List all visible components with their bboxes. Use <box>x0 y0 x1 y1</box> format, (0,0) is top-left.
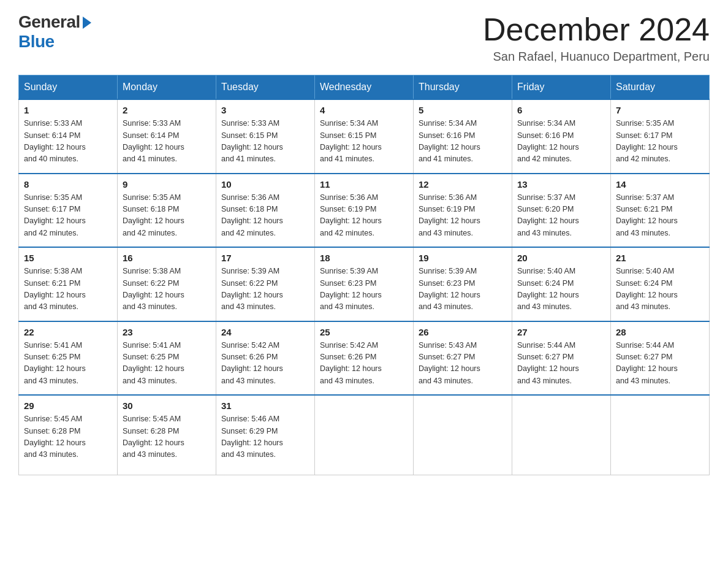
sunrise-label: Sunrise: 5:34 AM <box>419 119 477 128</box>
daylight-minutes: and 41 minutes. <box>221 155 276 163</box>
table-row: 5 Sunrise: 5:34 AM Sunset: 6:16 PM Dayli… <box>414 99 512 174</box>
day-info: Sunrise: 5:35 AM Sunset: 6:18 PM Dayligh… <box>123 192 211 240</box>
daylight-minutes: and 43 minutes. <box>419 377 473 385</box>
sunset-label: Sunset: 6:22 PM <box>221 279 278 288</box>
month-title: December 2024 <box>483 12 710 47</box>
day-info: Sunrise: 5:35 AM Sunset: 6:17 PM Dayligh… <box>24 192 112 240</box>
sunset-label: Sunset: 6:24 PM <box>517 279 574 288</box>
sunset-label: Sunset: 6:24 PM <box>616 279 672 288</box>
sunset-label: Sunset: 6:25 PM <box>123 353 179 361</box>
calendar-header-row: Sunday Monday Tuesday Wednesday Thursday… <box>19 75 710 100</box>
day-number: 31 <box>221 400 309 411</box>
sunrise-label: Sunrise: 5:44 AM <box>616 341 674 350</box>
daylight-minutes: and 43 minutes. <box>517 377 572 385</box>
table-row: 28 Sunrise: 5:44 AM Sunset: 6:27 PM Dayl… <box>611 321 710 396</box>
table-row: 9 Sunrise: 5:35 AM Sunset: 6:18 PM Dayli… <box>118 174 216 248</box>
day-number: 27 <box>517 327 605 337</box>
table-row <box>611 395 710 475</box>
daylight-minutes: and 43 minutes. <box>24 450 78 459</box>
sunrise-label: Sunrise: 5:35 AM <box>24 193 82 202</box>
day-info: Sunrise: 5:37 AM Sunset: 6:20 PM Dayligh… <box>517 192 605 240</box>
sunrise-label: Sunrise: 5:35 AM <box>616 119 674 128</box>
day-number: 25 <box>320 327 408 337</box>
daylight-minutes: and 43 minutes. <box>24 377 78 385</box>
day-number: 29 <box>24 400 112 411</box>
daylight-label: Daylight: 12 hours <box>123 439 184 447</box>
day-info: Sunrise: 5:44 AM Sunset: 6:27 PM Dayligh… <box>517 340 605 388</box>
table-row: 30 Sunrise: 5:45 AM Sunset: 6:28 PM Dayl… <box>118 395 216 475</box>
daylight-label: Daylight: 12 hours <box>123 291 184 299</box>
daylight-label: Daylight: 12 hours <box>24 364 86 373</box>
table-row: 12 Sunrise: 5:36 AM Sunset: 6:19 PM Dayl… <box>414 174 512 248</box>
daylight-minutes: and 42 minutes. <box>616 155 670 163</box>
svg-marker-0 <box>83 17 91 29</box>
day-info: Sunrise: 5:40 AM Sunset: 6:24 PM Dayligh… <box>517 266 605 313</box>
day-info: Sunrise: 5:39 AM Sunset: 6:23 PM Dayligh… <box>419 266 507 313</box>
daylight-label: Daylight: 12 hours <box>320 143 382 151</box>
day-number: 20 <box>517 253 605 263</box>
daylight-label: Daylight: 12 hours <box>517 291 579 299</box>
daylight-minutes: and 42 minutes. <box>24 229 78 237</box>
table-row: 8 Sunrise: 5:35 AM Sunset: 6:17 PM Dayli… <box>19 174 118 248</box>
sunset-label: Sunset: 6:15 PM <box>221 131 278 140</box>
sunrise-label: Sunrise: 5:37 AM <box>517 193 575 202</box>
table-row: 24 Sunrise: 5:42 AM Sunset: 6:26 PM Dayl… <box>216 321 315 396</box>
daylight-label: Daylight: 12 hours <box>616 291 678 299</box>
logo-general-text: General <box>18 12 80 32</box>
daylight-minutes: and 43 minutes. <box>419 302 473 311</box>
day-info: Sunrise: 5:43 AM Sunset: 6:27 PM Dayligh… <box>419 340 507 388</box>
day-info: Sunrise: 5:42 AM Sunset: 6:26 PM Dayligh… <box>221 340 309 388</box>
sunrise-label: Sunrise: 5:34 AM <box>320 119 378 128</box>
day-info: Sunrise: 5:36 AM Sunset: 6:19 PM Dayligh… <box>419 192 507 240</box>
daylight-minutes: and 43 minutes. <box>419 229 473 237</box>
daylight-minutes: and 43 minutes. <box>616 229 670 237</box>
day-info: Sunrise: 5:34 AM Sunset: 6:16 PM Dayligh… <box>419 118 507 166</box>
table-row: 2 Sunrise: 5:33 AM Sunset: 6:14 PM Dayli… <box>118 99 216 174</box>
day-number: 23 <box>123 327 211 337</box>
daylight-label: Daylight: 12 hours <box>616 216 678 225</box>
sunset-label: Sunset: 6:28 PM <box>123 427 179 435</box>
day-info: Sunrise: 5:45 AM Sunset: 6:28 PM Dayligh… <box>24 413 112 461</box>
day-number: 10 <box>221 179 309 190</box>
sunrise-label: Sunrise: 5:40 AM <box>517 267 575 275</box>
sunset-label: Sunset: 6:27 PM <box>616 353 672 361</box>
daylight-label: Daylight: 12 hours <box>320 291 382 299</box>
daylight-label: Daylight: 12 hours <box>419 291 480 299</box>
day-number: 9 <box>123 179 211 190</box>
sunset-label: Sunset: 6:17 PM <box>616 131 672 140</box>
table-row: 21 Sunrise: 5:40 AM Sunset: 6:24 PM Dayl… <box>611 247 710 321</box>
table-row: 7 Sunrise: 5:35 AM Sunset: 6:17 PM Dayli… <box>611 99 710 174</box>
daylight-minutes: and 43 minutes. <box>517 302 572 311</box>
daylight-label: Daylight: 12 hours <box>24 143 86 151</box>
header-wednesday: Wednesday <box>315 75 414 100</box>
daylight-label: Daylight: 12 hours <box>517 216 579 225</box>
day-number: 1 <box>24 105 112 115</box>
sunset-label: Sunset: 6:21 PM <box>24 279 80 288</box>
logo-blue-text: Blue <box>18 32 55 52</box>
daylight-minutes: and 43 minutes. <box>221 302 276 311</box>
daylight-label: Daylight: 12 hours <box>419 364 480 373</box>
sunrise-label: Sunrise: 5:45 AM <box>123 415 181 423</box>
sunrise-label: Sunrise: 5:33 AM <box>24 119 82 128</box>
daylight-label: Daylight: 12 hours <box>517 143 579 151</box>
sunset-label: Sunset: 6:18 PM <box>123 205 179 213</box>
sunset-label: Sunset: 6:29 PM <box>221 427 278 435</box>
sunrise-label: Sunrise: 5:33 AM <box>123 119 181 128</box>
sunrise-label: Sunrise: 5:40 AM <box>616 267 674 275</box>
header-monday: Monday <box>118 75 216 100</box>
sunrise-label: Sunrise: 5:41 AM <box>24 341 82 350</box>
sunrise-label: Sunrise: 5:38 AM <box>24 267 82 275</box>
day-info: Sunrise: 5:33 AM Sunset: 6:15 PM Dayligh… <box>221 118 309 166</box>
table-row: 29 Sunrise: 5:45 AM Sunset: 6:28 PM Dayl… <box>19 395 118 475</box>
day-number: 15 <box>24 253 112 263</box>
day-info: Sunrise: 5:38 AM Sunset: 6:21 PM Dayligh… <box>24 266 112 313</box>
sunset-label: Sunset: 6:26 PM <box>320 353 376 361</box>
sunrise-label: Sunrise: 5:39 AM <box>221 267 279 275</box>
daylight-label: Daylight: 12 hours <box>221 291 283 299</box>
daylight-minutes: and 43 minutes. <box>616 302 670 311</box>
day-number: 18 <box>320 253 408 263</box>
daylight-minutes: and 43 minutes. <box>616 377 670 385</box>
daylight-minutes: and 41 minutes. <box>320 155 374 163</box>
sunset-label: Sunset: 6:27 PM <box>517 353 574 361</box>
sunset-label: Sunset: 6:23 PM <box>320 279 376 288</box>
